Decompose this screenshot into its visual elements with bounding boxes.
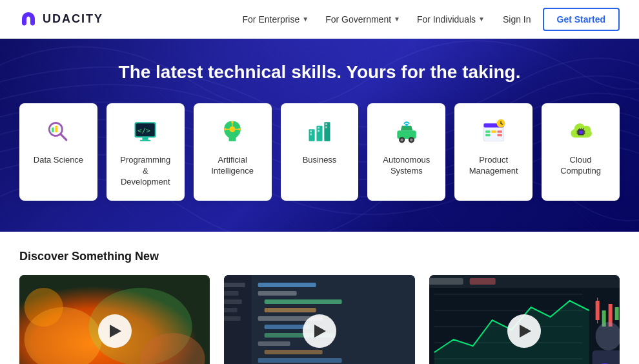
svg-rect-35 bbox=[491, 130, 496, 133]
video-card-2[interactable]: 0:57 bbox=[224, 275, 414, 364]
cloud-icon bbox=[565, 116, 596, 147]
play-triangle-icon bbox=[520, 325, 531, 338]
svg-rect-3 bbox=[56, 126, 58, 132]
svg-rect-66 bbox=[258, 341, 290, 346]
svg-rect-37 bbox=[497, 134, 502, 137]
svg-rect-74 bbox=[224, 316, 241, 321]
category-label: Cloud Computing bbox=[552, 155, 609, 177]
svg-rect-67 bbox=[265, 350, 323, 354]
chevron-down-icon: ▼ bbox=[302, 15, 309, 23]
header: UDACITY For Enterprise ▼ For Government … bbox=[0, 0, 639, 39]
svg-rect-2 bbox=[52, 128, 54, 132]
chevron-down-icon: ▼ bbox=[478, 15, 485, 23]
svg-point-27 bbox=[400, 139, 403, 142]
svg-rect-60 bbox=[258, 291, 297, 296]
category-data-science[interactable]: Data Science bbox=[19, 103, 97, 201]
category-product[interactable]: Product Management bbox=[454, 103, 532, 201]
category-grid: Data Science </> Programming & Developme… bbox=[19, 103, 620, 201]
category-business[interactable]: Business bbox=[281, 103, 359, 201]
svg-rect-91 bbox=[469, 278, 495, 285]
hero-title: The latest technical skills. Yours for t… bbox=[19, 62, 620, 83]
play-triangle-icon bbox=[314, 325, 326, 338]
svg-rect-7 bbox=[143, 137, 148, 140]
udacity-logo-icon bbox=[19, 10, 37, 28]
video-grid: 1:14 bbox=[19, 275, 620, 364]
svg-rect-88 bbox=[592, 350, 620, 364]
svg-point-15 bbox=[238, 128, 241, 131]
svg-rect-21 bbox=[318, 127, 320, 129]
main-nav: For Enterprise ▼ For Government ▼ For In… bbox=[236, 8, 620, 31]
svg-rect-90 bbox=[429, 278, 463, 285]
svg-point-29 bbox=[410, 139, 413, 142]
hero-section: The latest technical skills. Yours for t… bbox=[0, 39, 639, 232]
category-cloud[interactable]: Cloud Computing bbox=[542, 103, 620, 201]
svg-rect-34 bbox=[485, 134, 490, 137]
svg-rect-20 bbox=[310, 134, 312, 136]
get-started-button[interactable]: Get Started bbox=[543, 8, 620, 31]
sign-in-button[interactable]: Sign In bbox=[495, 9, 539, 30]
svg-text:</>: </> bbox=[137, 126, 150, 135]
nav-government[interactable]: For Government ▼ bbox=[319, 9, 407, 30]
ai-icon bbox=[217, 116, 248, 147]
svg-point-14 bbox=[224, 128, 227, 131]
autonomous-icon bbox=[391, 116, 422, 147]
product-icon bbox=[478, 116, 509, 147]
svg-rect-33 bbox=[485, 130, 490, 133]
category-label: Artificial Intelligence bbox=[204, 155, 261, 177]
logo[interactable]: UDACITY bbox=[19, 10, 103, 28]
programming-icon: </> bbox=[130, 116, 161, 147]
svg-rect-23 bbox=[325, 123, 327, 125]
chevron-down-icon: ▼ bbox=[394, 15, 400, 23]
svg-rect-8 bbox=[140, 140, 151, 141]
data-science-icon bbox=[43, 116, 74, 147]
svg-rect-86 bbox=[614, 307, 618, 320]
svg-rect-22 bbox=[318, 130, 320, 132]
svg-rect-68 bbox=[258, 358, 342, 363]
svg-rect-19 bbox=[310, 130, 312, 132]
svg-rect-73 bbox=[224, 308, 238, 312]
business-icon bbox=[304, 116, 335, 147]
svg-point-9 bbox=[230, 126, 236, 132]
category-label: Autonomous Systems bbox=[378, 155, 435, 177]
svg-point-13 bbox=[231, 121, 234, 124]
logo-text: UDACITY bbox=[43, 12, 103, 26]
play-button-2[interactable] bbox=[303, 314, 336, 348]
discover-section: Discover Something New bbox=[0, 232, 639, 364]
category-programming[interactable]: </> Programming & Development bbox=[107, 103, 185, 201]
svg-line-1 bbox=[61, 134, 66, 140]
category-label: Data Science bbox=[34, 155, 83, 166]
category-label: Business bbox=[303, 155, 337, 166]
play-button-1[interactable] bbox=[98, 314, 132, 348]
svg-rect-62 bbox=[265, 308, 316, 312]
video-card-1[interactable]: 1:14 bbox=[19, 275, 210, 364]
category-ai[interactable]: Artificial Intelligence bbox=[194, 103, 272, 201]
play-button-3[interactable] bbox=[507, 314, 541, 348]
nav-enterprise[interactable]: For Enterprise ▼ bbox=[236, 9, 316, 30]
svg-rect-36 bbox=[497, 130, 502, 133]
play-triangle-icon bbox=[110, 325, 121, 338]
discover-title: Discover Something New bbox=[19, 250, 620, 263]
svg-point-56 bbox=[25, 288, 63, 327]
svg-rect-59 bbox=[258, 283, 316, 287]
svg-rect-42 bbox=[579, 130, 583, 134]
svg-rect-25 bbox=[397, 130, 416, 139]
svg-rect-24 bbox=[325, 126, 327, 128]
svg-rect-70 bbox=[224, 283, 245, 287]
svg-rect-18 bbox=[324, 122, 330, 141]
svg-rect-71 bbox=[224, 291, 239, 296]
nav-individuals[interactable]: For Individuals ▼ bbox=[411, 9, 491, 30]
svg-point-30 bbox=[405, 125, 407, 127]
video-card-3[interactable]: 0:35 bbox=[429, 275, 620, 364]
svg-rect-72 bbox=[224, 299, 242, 304]
category-autonomous[interactable]: Autonomous Systems bbox=[367, 103, 445, 201]
category-label: Programming & Development bbox=[117, 155, 174, 188]
category-label: Product Management bbox=[465, 155, 522, 177]
svg-rect-61 bbox=[265, 299, 342, 304]
